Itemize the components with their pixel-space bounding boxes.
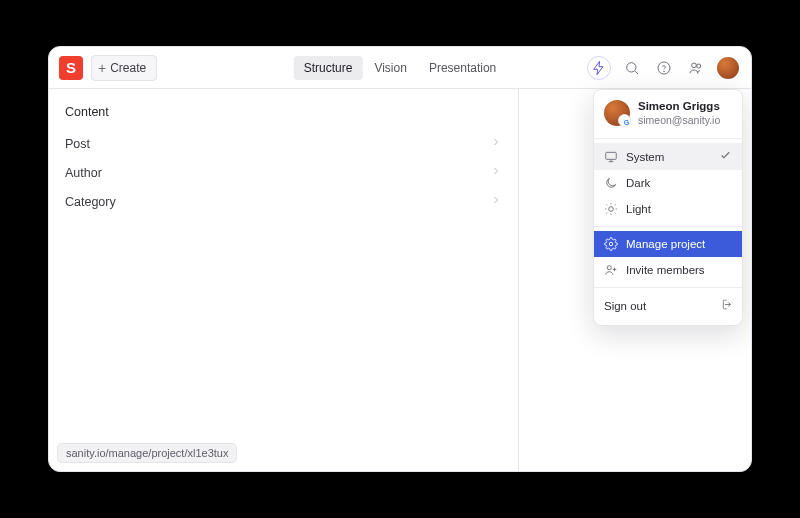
svg-point-6 xyxy=(609,207,614,212)
theme-option-light[interactable]: Light xyxy=(594,196,742,222)
manage-project-button[interactable]: Manage project xyxy=(594,231,742,257)
gear-icon xyxy=(604,237,618,251)
theme-option-label: Dark xyxy=(626,177,650,189)
svg-point-3 xyxy=(692,63,697,68)
menu-item-label: Sign out xyxy=(604,300,646,312)
google-provider-icon: G xyxy=(621,117,632,128)
presence-icon[interactable] xyxy=(685,57,707,79)
user-menu: G Simeon Griggs simeon@sanity.io System … xyxy=(593,89,743,326)
workspace-tabs: Structure Vision Presentation xyxy=(294,56,507,80)
sun-icon xyxy=(604,202,618,216)
search-icon[interactable] xyxy=(621,57,643,79)
sign-out-icon xyxy=(719,298,732,313)
user-plus-icon xyxy=(604,263,618,277)
theme-option-label: Light xyxy=(626,203,651,215)
menu-item-label: Manage project xyxy=(626,238,705,250)
status-url-pill: sanity.io/manage/project/xl1e3tux xyxy=(57,443,237,463)
chevron-right-icon xyxy=(490,194,502,209)
create-button[interactable]: + Create xyxy=(91,55,157,81)
invite-members-button[interactable]: Invite members xyxy=(594,257,742,283)
user-email: simeon@sanity.io xyxy=(638,114,720,127)
create-button-label: Create xyxy=(110,61,146,75)
svg-point-8 xyxy=(607,266,611,270)
svg-point-2 xyxy=(664,71,665,72)
moon-icon xyxy=(604,176,618,190)
list-item-label: Post xyxy=(65,137,90,151)
theme-option-dark[interactable]: Dark xyxy=(594,170,742,196)
help-icon[interactable] xyxy=(653,57,675,79)
menu-avatar: G xyxy=(604,100,630,126)
check-icon xyxy=(719,149,732,164)
menu-separator xyxy=(594,226,742,227)
tab-presentation[interactable]: Presentation xyxy=(419,56,506,80)
user-name: Simeon Griggs xyxy=(638,100,720,114)
app-window: S + Create Structure Vision Presentation xyxy=(48,46,752,472)
monitor-icon xyxy=(604,150,618,164)
theme-option-label: System xyxy=(626,151,664,163)
user-avatar[interactable] xyxy=(717,57,739,79)
app-logo[interactable]: S xyxy=(59,56,83,80)
tab-structure[interactable]: Structure xyxy=(294,56,363,80)
tasks-icon[interactable] xyxy=(587,56,611,80)
list-item-post[interactable]: Post xyxy=(49,129,518,158)
tab-vision[interactable]: Vision xyxy=(364,56,416,80)
list-item-label: Category xyxy=(65,195,116,209)
menu-item-label: Invite members xyxy=(626,264,705,276)
list-item-label: Author xyxy=(65,166,102,180)
menu-separator xyxy=(594,138,742,139)
svg-point-0 xyxy=(627,62,636,71)
toolbar: S + Create Structure Vision Presentation xyxy=(49,47,751,89)
list-item-category[interactable]: Category xyxy=(49,187,518,216)
svg-point-7 xyxy=(609,243,613,247)
plus-icon: + xyxy=(98,61,106,75)
svg-point-1 xyxy=(658,62,670,74)
structure-pane: Content Post Author Category xyxy=(49,89,519,471)
list-item-author[interactable]: Author xyxy=(49,158,518,187)
chevron-right-icon xyxy=(490,165,502,180)
user-menu-header: G Simeon Griggs simeon@sanity.io xyxy=(594,96,742,134)
chevron-right-icon xyxy=(490,136,502,151)
svg-rect-5 xyxy=(606,152,617,159)
toolbar-right xyxy=(587,56,743,80)
theme-option-system[interactable]: System xyxy=(594,143,742,170)
menu-separator xyxy=(594,287,742,288)
sign-out-button[interactable]: Sign out xyxy=(594,292,742,319)
svg-point-4 xyxy=(697,64,701,68)
pane-title: Content xyxy=(49,99,518,129)
